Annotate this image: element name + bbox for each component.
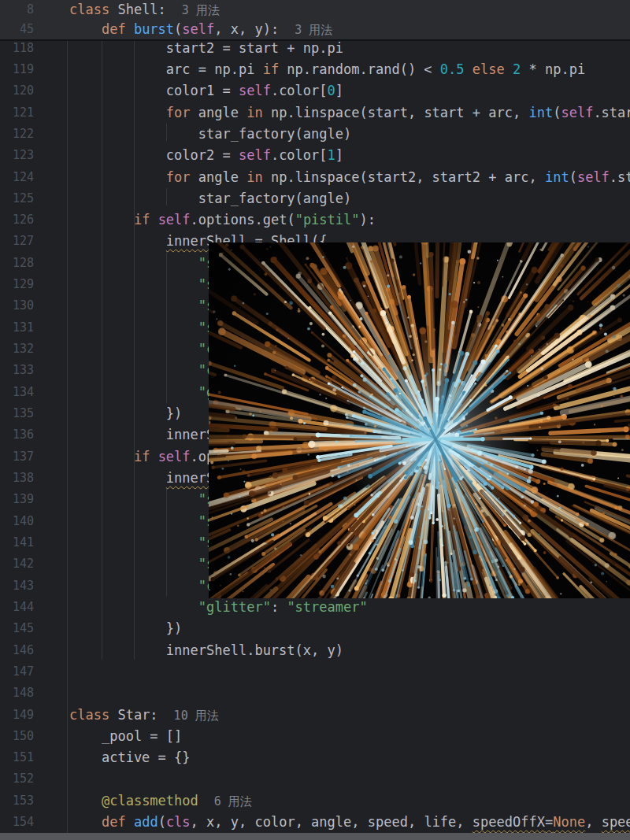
- code-line[interactable]: 120 color1 = self.color[0]: [0, 80, 630, 102]
- code-text: "s: [69, 295, 214, 316]
- fireworks-image: [209, 242, 630, 598]
- code-text: star_factory(angle): [69, 124, 351, 145]
- code-text: def burst(self, x, y):3 用法: [69, 20, 332, 40]
- line-number[interactable]: 135: [0, 403, 34, 424]
- line-number[interactable]: 136: [0, 424, 34, 446]
- code-text: "c: [69, 339, 214, 360]
- code-text: class Shell:3 用法: [69, 0, 220, 20]
- code-text: "s: [69, 274, 214, 295]
- code-text: @classmethod6 用法: [69, 790, 252, 812]
- code-text: "c: [69, 575, 214, 597]
- line-number[interactable]: 132: [0, 339, 34, 360]
- code-text: def add(cls, x, y, color, angle, speed, …: [69, 812, 630, 833]
- code-line[interactable]: 151 active = {}: [0, 747, 630, 768]
- code-text: active = {}: [69, 747, 191, 768]
- usage-hint[interactable]: 10 用法: [174, 709, 219, 723]
- code-text: if self.options.get("pistil"):: [69, 209, 376, 231]
- code-line[interactable]: 147: [0, 661, 630, 683]
- line-number[interactable]: 133: [0, 360, 34, 381]
- code-line[interactable]: 121 for angle in np.linspace(start, star…: [0, 102, 630, 124]
- usage-hint[interactable]: 6 用法: [214, 794, 252, 809]
- line-number[interactable]: 142: [0, 553, 34, 575]
- line-number[interactable]: 128: [0, 253, 34, 274]
- horizontal-scrollbar[interactable]: [0, 833, 630, 840]
- line-number[interactable]: 123: [0, 145, 34, 166]
- line-number[interactable]: 140: [0, 511, 34, 532]
- sticky-header: 8class Shell:3 用法45 def burst(self, x, y…: [0, 0, 630, 39]
- line-number[interactable]: 144: [0, 597, 34, 618]
- code-line[interactable]: 123 color2 = self.color[1]: [0, 145, 630, 166]
- line-number[interactable]: 137: [0, 446, 34, 468]
- code-text: for angle in np.linspace(start, start + …: [69, 102, 630, 124]
- line-number[interactable]: 134: [0, 382, 34, 403]
- code-line[interactable]: 148: [0, 683, 630, 704]
- line-number[interactable]: 145: [0, 618, 34, 639]
- line-number[interactable]: 141: [0, 532, 34, 553]
- line-number[interactable]: 119: [0, 59, 34, 80]
- line-number[interactable]: 127: [0, 231, 34, 252]
- code-line[interactable]: 150 _pool = []: [0, 726, 630, 747]
- code-text: arc = np.pi if np.random.rand() < 0.5 el…: [69, 59, 585, 80]
- sticky-code-line[interactable]: 45 def burst(self, x, y):3 用法: [0, 20, 630, 39]
- line-number[interactable]: 126: [0, 209, 34, 231]
- usage-hint[interactable]: 3 用法: [295, 23, 332, 37]
- code-text: }): [69, 618, 182, 639]
- line-number[interactable]: 152: [0, 768, 34, 790]
- code-text: if self.op: [69, 446, 214, 468]
- line-number[interactable]: 121: [0, 102, 34, 124]
- line-number[interactable]: 45: [0, 20, 34, 39]
- code-text: "s: [69, 317, 214, 339]
- code-line[interactable]: 153 @classmethod6 用法: [0, 790, 630, 812]
- code-line[interactable]: 145 }): [0, 618, 630, 639]
- sticky-code-line[interactable]: 8class Shell:3 用法: [0, 0, 630, 20]
- code-text: "s: [69, 511, 214, 532]
- code-text: "glitter": "streamer": [69, 597, 368, 618]
- line-number[interactable]: 138: [0, 468, 34, 489]
- line-number[interactable]: 154: [0, 812, 34, 833]
- code-line[interactable]: 125 star_factory(angle): [0, 188, 630, 209]
- code-text: _pool = []: [69, 726, 182, 747]
- line-number[interactable]: 146: [0, 640, 34, 661]
- code-text: class Star:10 用法: [69, 705, 219, 727]
- code-text: "c: [69, 360, 214, 381]
- code-text: color2 = self.color[1]: [69, 145, 343, 166]
- line-number[interactable]: 151: [0, 747, 34, 768]
- code-line[interactable]: 126 if self.options.get("pistil"):: [0, 209, 630, 231]
- code-text: "s: [69, 532, 214, 553]
- line-number[interactable]: 139: [0, 489, 34, 510]
- line-number[interactable]: 143: [0, 575, 34, 597]
- code-line[interactable]: 152: [0, 768, 630, 790]
- code-text: innerShell.burst(x, y): [69, 640, 343, 661]
- code-text: "g: [69, 382, 214, 403]
- line-number[interactable]: 124: [0, 167, 34, 188]
- line-number[interactable]: 130: [0, 295, 34, 316]
- code-line[interactable]: 124 for angle in np.linspace(start2, sta…: [0, 167, 630, 188]
- code-line[interactable]: 154 def add(cls, x, y, color, angle, spe…: [0, 812, 630, 833]
- line-number[interactable]: 150: [0, 726, 34, 747]
- code-line[interactable]: 146 innerShell.burst(x, y): [0, 640, 630, 661]
- line-number[interactable]: 153: [0, 790, 34, 812]
- code-text: color1 = self.color[0]: [69, 80, 343, 102]
- code-text: innerS: [69, 424, 214, 446]
- code-text: "s: [69, 253, 214, 274]
- code-text: }): [69, 403, 182, 424]
- line-number[interactable]: 129: [0, 274, 34, 295]
- line-number[interactable]: 149: [0, 705, 34, 726]
- code-line[interactable]: 149class Star:10 用法: [0, 705, 630, 726]
- line-number[interactable]: 125: [0, 188, 34, 209]
- line-number[interactable]: 148: [0, 683, 34, 704]
- code-line[interactable]: 119 arc = np.pi if np.random.rand() < 0.…: [0, 59, 630, 80]
- line-number[interactable]: 147: [0, 661, 34, 683]
- code-text: innerS: [69, 468, 214, 489]
- code-line[interactable]: 144 "glitter": "streamer": [0, 597, 630, 618]
- line-number[interactable]: 122: [0, 124, 34, 145]
- sticky-header-border: [0, 39, 630, 41]
- line-number[interactable]: 8: [0, 0, 34, 20]
- line-number[interactable]: 131: [0, 317, 34, 339]
- code-text: "s: [69, 489, 214, 510]
- code-line[interactable]: 122 star_factory(angle): [0, 124, 630, 145]
- line-number[interactable]: 120: [0, 80, 34, 102]
- usage-hint[interactable]: 3 用法: [182, 3, 220, 17]
- code-editor: 118 start2 = start + np.pi119 arc = np.p…: [0, 0, 630, 840]
- code-text: "s: [69, 553, 214, 575]
